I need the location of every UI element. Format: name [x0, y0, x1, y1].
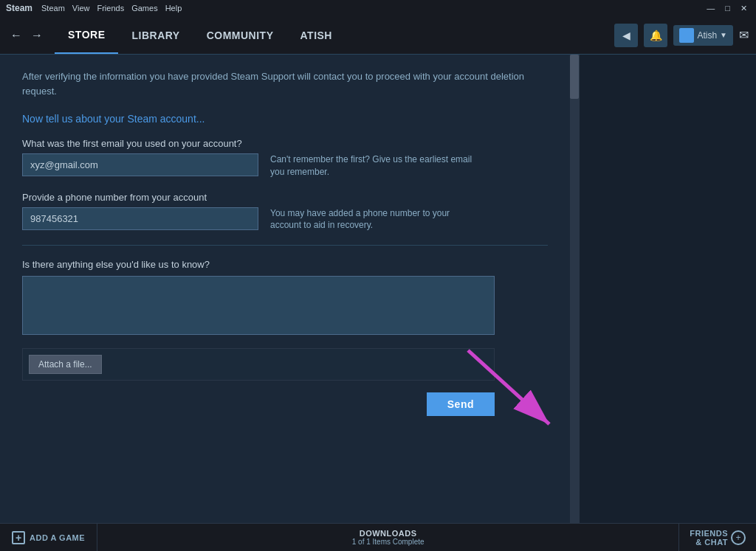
phone-hint: You may have added a phone number to you…: [270, 207, 477, 232]
user-name: Atish: [697, 30, 717, 41]
email-label: What was the first email you used on you…: [22, 138, 548, 149]
phone-label: Provide a phone number from your account: [22, 192, 548, 203]
window-controls: — □ ✕: [704, 3, 750, 14]
tab-user[interactable]: ATISH: [287, 16, 346, 54]
avatar: [679, 28, 694, 43]
attach-file-button[interactable]: Attach a file...: [29, 355, 102, 374]
menu-bar: Steam View Friends Games Help: [41, 4, 182, 13]
content-area: After verifying the information you have…: [0, 55, 570, 523]
friends-chat-button[interactable]: FRIENDS & CHAT +: [678, 524, 756, 551]
downloads-title: DOWNLOADS: [360, 529, 417, 538]
nav-bar-right: ◀ 🔔 Atish ▼ ✉: [614, 24, 749, 47]
tab-store[interactable]: STORE: [55, 16, 118, 54]
email-field[interactable]: [22, 153, 258, 176]
menu-games[interactable]: Games: [131, 4, 157, 13]
send-row: Send: [22, 392, 495, 416]
additional-info-textarea[interactable]: [22, 276, 495, 335]
nav-bar: ← → STORE LIBRARY COMMUNITY ATISH ◀ 🔔 At…: [0, 16, 756, 55]
user-dropdown-arrow: ▼: [720, 31, 727, 39]
email-group: What was the first email you used on you…: [22, 138, 548, 179]
textarea-group: Is there anything else you'd like us to …: [22, 259, 548, 335]
phone-field[interactable]: [22, 207, 258, 230]
right-panel: [579, 55, 756, 523]
back-nav-icon[interactable]: ◀: [614, 24, 638, 47]
tab-library[interactable]: LIBRARY: [118, 16, 193, 54]
friends-chat-icon: +: [731, 530, 746, 545]
title-bar-left: Steam Steam View Friends Games Help: [6, 3, 182, 13]
menu-help[interactable]: Help: [165, 4, 182, 13]
forward-button[interactable]: →: [28, 27, 46, 44]
add-game-icon: +: [12, 531, 25, 544]
title-bar: Steam Steam View Friends Games Help — □ …: [0, 0, 756, 16]
info-text: After verifying the information you have…: [22, 69, 548, 98]
bottom-bar: + ADD A GAME DOWNLOADS 1 of 1 Items Comp…: [0, 523, 756, 551]
back-button[interactable]: ←: [7, 27, 25, 44]
email-row: Can't remember the first? Give us the ea…: [22, 153, 548, 179]
textarea-label: Is there anything else you'd like us to …: [22, 259, 548, 270]
nav-arrows: ← →: [7, 27, 46, 44]
menu-steam[interactable]: Steam: [41, 4, 65, 13]
notification-icon[interactable]: 🔔: [644, 24, 667, 47]
send-button[interactable]: Send: [427, 392, 495, 416]
minimize-button[interactable]: —: [704, 3, 718, 13]
maximize-button[interactable]: □: [722, 3, 733, 13]
add-game-label: ADD A GAME: [30, 533, 85, 542]
scrollbar-track[interactable]: [570, 55, 579, 523]
phone-group: Provide a phone number from your account…: [22, 192, 548, 232]
envelope-icon[interactable]: ✉: [739, 28, 749, 42]
menu-friends[interactable]: Friends: [97, 4, 124, 13]
email-hint: Can't remember the first? Give us the ea…: [270, 153, 477, 179]
menu-view[interactable]: View: [72, 4, 90, 13]
friends-label: FRIENDS & CHAT: [690, 529, 728, 547]
phone-row: You may have added a phone number to you…: [22, 207, 548, 232]
close-button[interactable]: ✕: [738, 3, 750, 14]
app-title: Steam: [6, 3, 32, 13]
attach-row: Attach a file...: [22, 348, 495, 381]
scrollbar-thumb[interactable]: [570, 55, 579, 99]
downloads-section[interactable]: DOWNLOADS 1 of 1 Items Complete: [97, 529, 678, 546]
divider: [22, 245, 548, 246]
downloads-status: 1 of 1 Items Complete: [352, 538, 425, 546]
add-game-button[interactable]: + ADD A GAME: [0, 524, 97, 551]
section-title: Now tell us about your Steam account...: [22, 113, 548, 125]
nav-tabs: STORE LIBRARY COMMUNITY ATISH: [55, 16, 346, 54]
tab-community[interactable]: COMMUNITY: [193, 16, 287, 54]
user-menu[interactable]: Atish ▼: [673, 25, 733, 46]
